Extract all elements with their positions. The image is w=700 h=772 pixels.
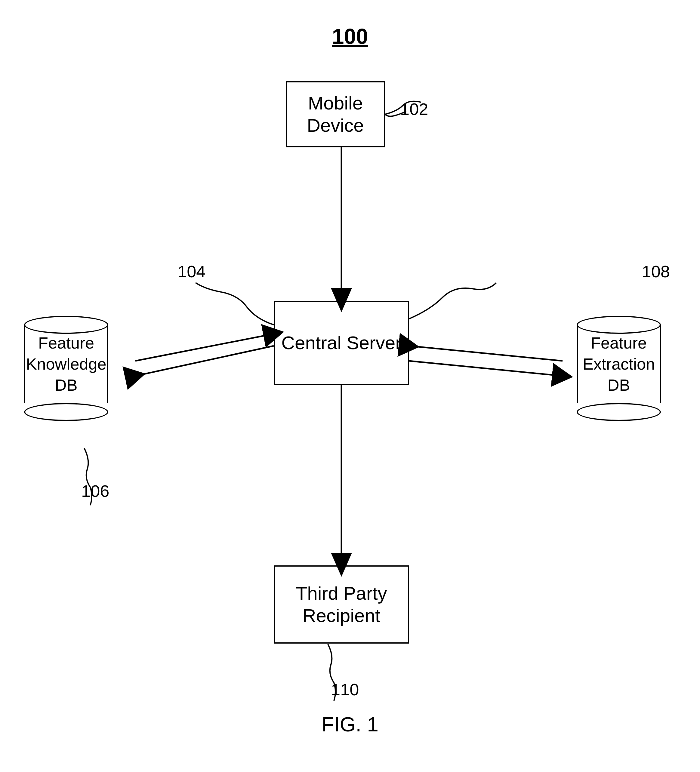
diagram-container: 100 Mobile Device 102 Central Server 104… [0, 0, 700, 772]
ref-106: 106 [81, 481, 109, 501]
db-body-left: Feature Knowledge DB [24, 325, 108, 403]
svg-line-6 [136, 334, 274, 361]
db-top-right [577, 316, 661, 334]
db-bottom-right [577, 403, 661, 421]
ref-102: 102 [400, 99, 428, 119]
diagram-title: 100 [332, 24, 368, 49]
db-body-right: Feature Extraction DB [577, 325, 661, 403]
db-bottom-left [24, 403, 108, 421]
svg-line-8 [409, 346, 563, 361]
fig-caption: FIG. 1 [322, 713, 378, 736]
ref-108: 108 [642, 262, 670, 281]
feature-knowledge-db: Feature Knowledge DB [24, 316, 108, 421]
mobile-device-box: Mobile Device [286, 81, 385, 147]
feature-extraction-db: Feature Extraction DB [577, 316, 661, 421]
svg-line-7 [409, 361, 563, 376]
central-server-box: Central Server [274, 301, 409, 385]
third-party-recipient-box: Third Party Recipient [274, 565, 409, 644]
ref-110: 110 [331, 680, 359, 699]
ref-104: 104 [177, 262, 206, 281]
svg-line-5 [136, 346, 274, 376]
db-top-left [24, 316, 108, 334]
